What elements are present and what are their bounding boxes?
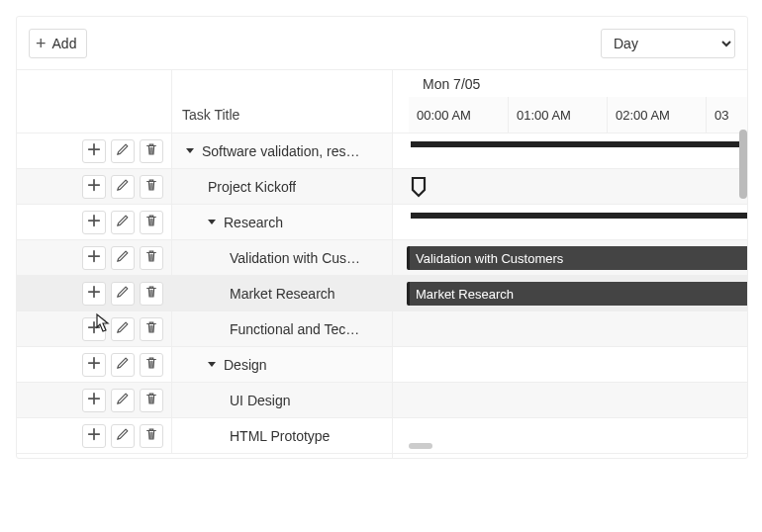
add-child-button[interactable] <box>82 211 106 234</box>
add-child-button[interactable] <box>82 424 106 448</box>
timeline-row <box>393 383 747 418</box>
task-title-cell[interactable]: Market Research <box>172 276 392 310</box>
summary-bar[interactable] <box>411 141 747 147</box>
task-title-cell[interactable]: Design <box>172 347 392 382</box>
task-title-cell[interactable]: Project Kickoff <box>172 169 392 204</box>
task-title-text: Research <box>224 215 283 230</box>
pencil-icon <box>116 356 130 373</box>
row-actions <box>17 311 172 346</box>
task-title-cell[interactable]: Research <box>172 205 392 239</box>
add-child-button[interactable] <box>82 139 106 163</box>
row-actions <box>17 383 172 417</box>
task-row: Functional and Tec… <box>17 311 392 347</box>
vertical-scrollbar[interactable] <box>739 130 747 199</box>
edit-button[interactable] <box>111 246 135 270</box>
edit-button[interactable] <box>111 175 135 199</box>
add-child-button[interactable] <box>82 246 106 270</box>
task-row: Software validation, res… <box>17 133 392 169</box>
edit-button[interactable] <box>111 282 135 306</box>
trash-icon <box>144 392 158 408</box>
add-child-button[interactable] <box>82 175 106 199</box>
plus-icon <box>87 178 101 195</box>
task-title-text: Software validation, res… <box>202 143 360 159</box>
expand-toggle-icon[interactable] <box>186 148 194 153</box>
delete-button[interactable] <box>140 246 163 270</box>
plus-icon <box>87 320 101 337</box>
task-title-text: Design <box>224 357 267 373</box>
task-title-text: HTML Prototype <box>230 428 330 444</box>
pencil-icon <box>116 142 130 159</box>
actions-column-header <box>17 70 172 133</box>
toolbar: + Add Day <box>17 17 747 70</box>
add-child-button[interactable] <box>82 389 106 412</box>
row-actions <box>17 205 172 239</box>
trash-icon <box>144 427 158 444</box>
row-actions <box>17 133 172 168</box>
delete-button[interactable] <box>140 139 163 163</box>
plus-icon <box>87 427 101 444</box>
hour-axis: 00:00 AM01:00 AM02:00 AM03 <box>393 97 747 133</box>
hour-column: 01:00 AM <box>508 97 607 133</box>
delete-button[interactable] <box>140 282 163 306</box>
task-rows: Software validation, res…Project Kickoff… <box>17 133 392 454</box>
task-bar-label: Validation with Customers <box>416 251 563 266</box>
delete-button[interactable] <box>140 175 163 199</box>
timeline-row <box>393 311 747 347</box>
task-list-pane: Task Title Software validation, res…Proj… <box>17 70 393 458</box>
delete-button[interactable] <box>140 424 163 448</box>
trash-icon <box>144 320 158 337</box>
edit-button[interactable] <box>111 353 135 377</box>
edit-button[interactable] <box>111 389 135 412</box>
task-title-text: Functional and Tec… <box>230 321 359 337</box>
timeline-body: Validation with CustomersMarket Research <box>393 133 747 454</box>
delete-button[interactable] <box>140 353 163 377</box>
add-child-button[interactable] <box>82 353 106 377</box>
edit-button[interactable] <box>111 211 135 234</box>
timeline-row <box>393 133 747 169</box>
task-title-text: UI Design <box>230 393 290 408</box>
row-actions <box>17 169 172 204</box>
delete-button[interactable] <box>140 389 163 412</box>
task-title-cell[interactable]: Validation with Cus… <box>172 240 392 275</box>
milestone-marker[interactable] <box>411 176 432 198</box>
task-bar[interactable]: Market Research <box>407 282 747 306</box>
task-title-cell[interactable]: Software validation, res… <box>172 133 392 168</box>
plus-icon <box>87 285 101 302</box>
resize-handle[interactable] <box>409 443 432 449</box>
row-actions <box>17 240 172 275</box>
add-child-button[interactable] <box>82 317 106 341</box>
trash-icon <box>144 142 158 159</box>
timeline-pane: Mon 7/05 00:00 AM01:00 AM02:00 AM03 Vali… <box>393 70 747 458</box>
row-actions <box>17 418 172 453</box>
task-title-text: Validation with Cus… <box>230 250 360 266</box>
add-child-button[interactable] <box>82 282 106 306</box>
timeline-row <box>393 418 747 454</box>
timescale-select[interactable]: Day <box>601 29 735 58</box>
plus-icon <box>87 249 101 266</box>
task-row: UI Design <box>17 383 392 418</box>
add-button[interactable]: + Add <box>29 29 87 58</box>
plus-icon: + <box>36 35 47 52</box>
edit-button[interactable] <box>111 139 135 163</box>
task-row: Research <box>17 205 392 240</box>
timeline-row: Validation with Customers <box>393 240 747 276</box>
timeline-row: Market Research <box>393 276 747 311</box>
delete-button[interactable] <box>140 211 163 234</box>
task-row: Project Kickoff <box>17 169 392 205</box>
edit-button[interactable] <box>111 424 135 448</box>
task-title-text: Project Kickoff <box>208 179 296 195</box>
task-bar[interactable]: Validation with Customers <box>407 246 747 270</box>
expand-toggle-icon[interactable] <box>208 362 216 367</box>
task-row: Market Research <box>17 276 392 311</box>
task-title-cell[interactable]: HTML Prototype <box>172 418 392 453</box>
task-title-cell[interactable]: UI Design <box>172 383 392 417</box>
delete-button[interactable] <box>140 317 163 341</box>
edit-button[interactable] <box>111 317 135 341</box>
expand-toggle-icon[interactable] <box>208 220 216 224</box>
pencil-icon <box>116 214 130 230</box>
task-row: Validation with Cus… <box>17 240 392 276</box>
summary-bar[interactable] <box>411 213 747 219</box>
timeline-row <box>393 347 747 383</box>
task-title-cell[interactable]: Functional and Tec… <box>172 311 392 346</box>
pencil-icon <box>116 392 130 408</box>
